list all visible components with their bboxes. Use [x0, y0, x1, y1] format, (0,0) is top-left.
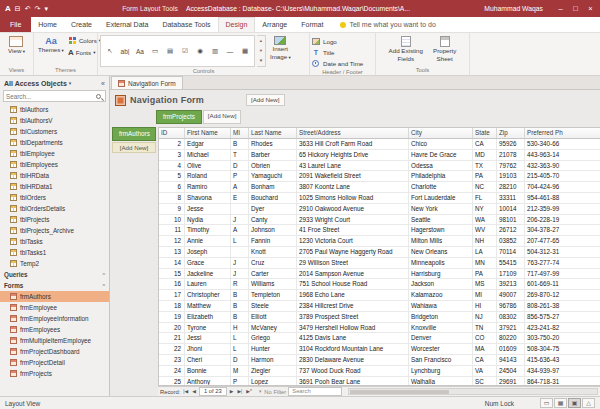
cell[interactable]: 18	[159, 301, 185, 311]
filter-indicator[interactable]: ▼ No Filter	[258, 389, 286, 395]
cell[interactable]: 2014 Sampson Avenue	[297, 269, 409, 279]
nav-item-tblordersdetails[interactable]: tblOrdersDetails	[0, 203, 109, 214]
nav-item-tblemployee[interactable]: tblEmployee	[0, 148, 109, 159]
column-header-state[interactable]: State	[473, 128, 497, 138]
cell[interactable]: 763-277-74	[525, 258, 600, 268]
cell[interactable]: 3807 Koontz Lane	[297, 182, 409, 192]
user-name[interactable]: Muhammad Waqas	[484, 5, 543, 12]
cell[interactable]: 28210	[497, 182, 525, 192]
cell[interactable]: 423-241-82	[525, 323, 600, 333]
tellme-box[interactable]: Tell me what you want to do	[340, 17, 435, 32]
title-button[interactable]: Title	[312, 47, 363, 57]
ribbon-tab-create[interactable]: Create	[64, 17, 99, 32]
cell[interactable]: Dyer	[249, 204, 297, 214]
nav-tab-frmprojects[interactable]: frmProjects	[156, 110, 202, 124]
cell[interactable]: 443-963-14	[525, 150, 600, 160]
cell[interactable]: Ziegler	[249, 366, 297, 376]
cell[interactable]: NC	[473, 182, 497, 192]
cell[interactable]: Grace	[185, 258, 231, 268]
cell[interactable]: 11	[159, 225, 185, 235]
cell[interactable]: Odessa	[409, 161, 473, 171]
add-new-tab-horizontal[interactable]: [Add New]	[203, 110, 242, 124]
cell[interactable]: 215-405-70	[525, 171, 600, 181]
cell[interactable]: 2	[159, 139, 185, 149]
gallery-more-icon[interactable]: ▼	[257, 56, 265, 66]
cell[interactable]: Barber	[249, 150, 297, 160]
cell[interactable]: H	[231, 323, 249, 333]
cell[interactable]: 10	[159, 215, 185, 225]
nav-item-frmemployee[interactable]: frmEmployee	[0, 302, 109, 313]
cell[interactable]: Cruz	[249, 258, 297, 268]
cell[interactable]: 9	[159, 204, 185, 214]
cell[interactable]: B	[231, 301, 249, 311]
cell[interactable]: Lopez	[249, 377, 297, 386]
cell[interactable]	[231, 247, 249, 257]
cell[interactable]: PA	[473, 269, 497, 279]
cell[interactable]: Christopher	[185, 290, 231, 300]
nav-item-tblauthors[interactable]: tblAuthors	[0, 104, 109, 115]
cell[interactable]: 3691 Pooh Bear Lane	[297, 377, 409, 386]
column-header-preferred-ph[interactable]: Preferred Ph	[525, 128, 600, 138]
document-tab-navigation-form[interactable]: Navigation Form	[111, 76, 183, 89]
cell[interactable]: 704-424-96	[525, 182, 600, 192]
cell[interactable]: 70114	[497, 247, 525, 257]
option-button-control-icon[interactable]: ◉	[193, 47, 207, 55]
cell[interactable]: Bridgeton	[409, 312, 473, 322]
cell[interactable]: P	[231, 377, 249, 386]
cell[interactable]: 21	[159, 333, 185, 343]
cell[interactable]: Knoxville	[409, 323, 473, 333]
cell[interactable]: Hunter	[249, 344, 297, 354]
cell[interactable]: Elliott	[249, 312, 297, 322]
cell[interactable]: Roland	[185, 171, 231, 181]
cell[interactable]: Annie	[185, 236, 231, 246]
last-record-button[interactable]: ▶|	[236, 389, 243, 394]
cell[interactable]: 3479 Hershell Hollow Road	[297, 323, 409, 333]
cell[interactable]: New York	[409, 204, 473, 214]
cell[interactable]: Canty	[249, 215, 297, 225]
cell[interactable]: 6	[159, 182, 185, 192]
cell[interactable]: R	[231, 279, 249, 289]
cell[interactable]: 17109	[497, 269, 525, 279]
cell[interactable]: Johnson	[249, 225, 297, 235]
cell[interactable]: McVaney	[249, 323, 297, 333]
cell[interactable]: M	[231, 366, 249, 376]
nav-item-frmprojectdashboard[interactable]: frmProjectDashboard	[0, 346, 109, 357]
cell[interactable]: MN	[473, 258, 497, 268]
cell[interactable]: 2705 Paul Wayne Haggerty Road	[297, 247, 409, 257]
undo-icon[interactable]: ↶	[25, 5, 31, 12]
nav-tab-frmauthors[interactable]: frmAuthors	[112, 127, 156, 141]
cell[interactable]: Nydia	[185, 215, 231, 225]
cell[interactable]: 29 Willison Street	[297, 258, 409, 268]
cell[interactable]: Lynchburg	[409, 366, 473, 376]
previous-record-button[interactable]: ◀	[191, 389, 197, 394]
cell[interactable]: Steele	[249, 301, 297, 311]
cell[interactable]: 79762	[497, 161, 525, 171]
cell[interactable]: 3633 Hill Croft Farm Road	[297, 139, 409, 149]
record-position[interactable]: 1 of 23	[199, 387, 227, 396]
nav-item-tblauthorsv[interactable]: tblAuthorsV	[0, 115, 109, 126]
cell[interactable]: Walhalla	[409, 377, 473, 386]
cell[interactable]: 55415	[497, 258, 525, 268]
form-view-icon[interactable]: ▭	[540, 398, 553, 408]
cell[interactable]: 29691	[497, 377, 525, 386]
cell[interactable]: 14	[159, 258, 185, 268]
insert-image-button[interactable]: Insert Image	[268, 35, 293, 62]
next-record-button[interactable]: ▶	[229, 389, 235, 394]
cell[interactable]: Shavona	[185, 193, 231, 203]
cell[interactable]: 19103	[497, 171, 525, 181]
cell[interactable]: Milton Mills	[409, 236, 473, 246]
nav-item-tblemployees[interactable]: tblEmployees	[0, 159, 109, 170]
view-button[interactable]: View	[6, 35, 27, 56]
cell[interactable]: NJ	[473, 312, 497, 322]
cell[interactable]: 2091 Wakefield Street	[297, 171, 409, 181]
cell[interactable]: J	[231, 269, 249, 279]
cell[interactable]: CA	[473, 139, 497, 149]
cell[interactable]: 37921	[497, 323, 525, 333]
cell[interactable]: Griego	[249, 333, 297, 343]
themes-button[interactable]: Themes	[36, 35, 66, 55]
cell[interactable]: Hagerstown	[409, 225, 473, 235]
cell[interactable]: Jessi	[185, 333, 231, 343]
nav-group-queries[interactable]: Queries^	[0, 269, 109, 280]
nav-item-tblprojects_archive[interactable]: tblProjects_Archive	[0, 225, 109, 236]
cell[interactable]: Denver	[409, 333, 473, 343]
